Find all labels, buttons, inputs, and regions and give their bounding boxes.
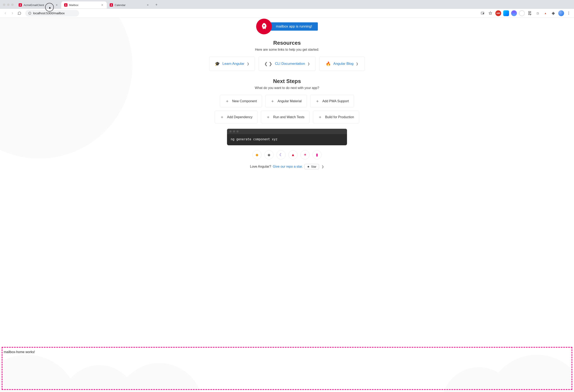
- hero-banner: mailbox app is running!: [256, 19, 318, 34]
- card-label: Learn Angular: [223, 62, 244, 66]
- install-pwa-icon[interactable]: [480, 10, 485, 16]
- community-link-chip[interactable]: ◈: [265, 150, 274, 159]
- give-star-link[interactable]: Give our repo a star.: [273, 165, 303, 168]
- plus-icon: ＋: [270, 98, 275, 104]
- star-label: Star: [311, 165, 316, 168]
- terminal-dot-icon: [237, 130, 239, 132]
- step-label: Add Dependency: [227, 115, 252, 119]
- new-component-button[interactable]: ＋ New Component: [220, 95, 262, 107]
- community-link-chip[interactable]: ▲: [288, 150, 298, 159]
- page-viewport: mailbox app is running! Resources Here a…: [0, 18, 574, 392]
- flame-icon: 🔥: [326, 61, 331, 66]
- terminal-dot-icon: [233, 130, 235, 132]
- tab-mailbox[interactable]: A Mailbox ×: [61, 1, 107, 8]
- terminal-panel: ng generate component xyz: [227, 129, 347, 145]
- community-chips: ◆ ◈ ☾ ▲ ✶ ▮: [252, 150, 322, 159]
- plus-icon: ＋: [225, 98, 229, 104]
- tab-acme-email-client[interactable]: A AcmeEmailClient ×: [16, 1, 61, 8]
- address-bar[interactable]: localhost:5300/mailbox: [25, 10, 79, 17]
- window-close-icon[interactable]: [3, 3, 5, 6]
- plus-icon: ＋: [266, 114, 270, 120]
- extension-icon[interactable]: ◳: [535, 10, 540, 16]
- router-outlet-text: mailbox-home works!: [4, 350, 35, 354]
- tab-close-button[interactable]: ×: [101, 3, 104, 7]
- step-label: New Component: [232, 99, 257, 103]
- angular-favicon-icon: A: [19, 3, 22, 7]
- forward-button[interactable]: [10, 11, 15, 16]
- browser-toolbar: localhost:5300/mailbox ABP Git Zip ◳ ▲: [0, 9, 574, 18]
- adblock-extension-icon[interactable]: ABP: [495, 10, 501, 16]
- extension-icon[interactable]: ▲: [543, 10, 548, 16]
- svg-point-2: [483, 13, 484, 14]
- community-link-chip[interactable]: ✶: [300, 150, 309, 159]
- next-steps-heading: Next Steps: [273, 78, 301, 84]
- extension-icon[interactable]: [511, 10, 517, 16]
- site-info-icon[interactable]: [28, 12, 31, 15]
- extensions-menu-icon[interactable]: [550, 10, 556, 16]
- next-steps-row: ＋ New Component ＋ Angular Material ＋ Add…: [200, 95, 374, 123]
- cli-documentation-card[interactable]: ❮ ❯ CLI Documentation ❯: [259, 57, 316, 71]
- community-link-chip[interactable]: ▮: [312, 150, 322, 159]
- step-label: Angular Material: [277, 99, 302, 103]
- angular-material-button[interactable]: ＋ Angular Material: [265, 95, 307, 107]
- angular-blog-card[interactable]: 🔥 Angular Blog ❯: [319, 57, 365, 71]
- love-angular-row: Love Angular? Give our repo a star. ★ St…: [250, 164, 324, 169]
- love-prefix: Love Angular?: [250, 165, 271, 168]
- community-link-chip[interactable]: ☾: [276, 150, 286, 159]
- tab-calendar[interactable]: A Calendar ×: [107, 1, 152, 8]
- github-star-button[interactable]: ★ Star: [304, 164, 319, 169]
- extension-icon[interactable]: [503, 10, 509, 16]
- tab-title: AcmeEmailClient: [24, 3, 44, 7]
- tab-title: Calendar: [115, 3, 126, 7]
- tab-close-button[interactable]: ×: [146, 3, 149, 7]
- learn-angular-card[interactable]: 🎓 Learn Angular ❯: [209, 57, 255, 71]
- router-outlet-placeholder: mailbox-home works!: [2, 347, 572, 390]
- back-button[interactable]: [3, 11, 8, 16]
- url-text: localhost:5300/mailbox: [33, 11, 65, 15]
- next-steps-subtitle: What do you want to do next with your ap…: [255, 86, 319, 90]
- tab-title: Mailbox: [69, 3, 79, 7]
- app-running-banner: mailbox app is running!: [267, 22, 318, 31]
- resources-subtitle: Here are some links to help you get star…: [255, 48, 319, 52]
- resources-heading: Resources: [273, 40, 301, 46]
- add-pwa-support-button[interactable]: ＋ Add PWA Support: [310, 95, 354, 107]
- plus-icon: ＋: [315, 98, 320, 104]
- angular-favicon-icon: A: [110, 3, 113, 7]
- tab-close-button[interactable]: ×: [55, 3, 58, 7]
- window-minimize-icon[interactable]: [7, 3, 10, 6]
- reload-button[interactable]: [17, 11, 22, 16]
- terminal-command: ng generate component xyz: [227, 134, 347, 145]
- window-zoom-icon[interactable]: [11, 3, 14, 6]
- chevron-right-icon: ❯: [356, 62, 358, 65]
- terminal-dot-icon: [229, 130, 231, 132]
- resource-cards: 🎓 Learn Angular ❯ ❮ ❯ CLI Documentation …: [209, 57, 365, 71]
- extension-icon[interactable]: [519, 10, 525, 16]
- new-tab-button[interactable]: +: [154, 2, 159, 8]
- plus-icon: ＋: [318, 114, 322, 120]
- browser-tab-strip: A AcmeEmailClient × A Mailbox × A Calend…: [0, 0, 574, 9]
- profile-avatar[interactable]: [558, 10, 564, 16]
- step-label: Build for Production: [325, 115, 354, 119]
- gitzip-extension-icon[interactable]: Git Zip: [527, 10, 533, 16]
- graduation-cap-icon: 🎓: [215, 61, 220, 66]
- plus-icon: ＋: [220, 114, 224, 120]
- chrome-menu-button[interactable]: [566, 12, 571, 15]
- terminal-header: [227, 129, 347, 134]
- step-label: Run and Watch Tests: [273, 115, 304, 119]
- add-dependency-button[interactable]: ＋ Add Dependency: [215, 111, 258, 123]
- card-label: Angular Blog: [333, 62, 353, 66]
- code-icon: ❮ ❯: [264, 61, 272, 66]
- chevron-right-icon: ❯: [308, 62, 310, 65]
- community-link-chip[interactable]: ◆: [252, 150, 262, 159]
- window-traffic-lights: [2, 3, 16, 8]
- build-production-button[interactable]: ＋ Build for Production: [313, 111, 359, 123]
- run-tests-button[interactable]: ＋ Run and Watch Tests: [261, 111, 309, 123]
- rocket-icon: [256, 19, 272, 34]
- card-label: CLI Documentation: [275, 62, 305, 66]
- star-icon: ★: [307, 165, 310, 168]
- bookmark-star-icon[interactable]: [488, 10, 493, 16]
- angular-favicon-icon: A: [64, 3, 67, 7]
- chevron-right-icon: ❯: [247, 62, 249, 65]
- step-label: Add PWA Support: [322, 99, 349, 103]
- chevron-right-icon: ❯: [322, 165, 324, 168]
